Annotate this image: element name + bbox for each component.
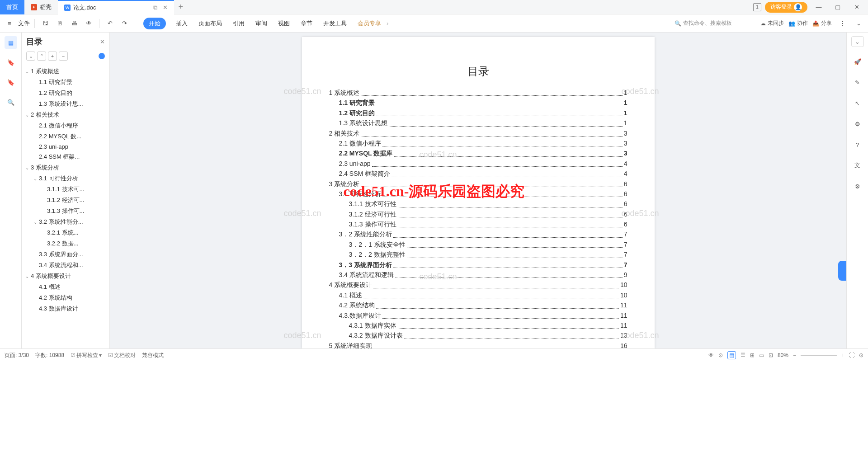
outline-item[interactable]: 3.1.2 经济可...: [22, 195, 109, 206]
rocket-icon[interactable]: 🚀: [851, 55, 864, 68]
toc-row[interactable]: 3.1.1 技术可行性6: [329, 199, 627, 209]
toc-row[interactable]: 1.3 系统设计思想1: [329, 118, 627, 128]
read-view-icon[interactable]: ▭: [759, 352, 764, 358]
outline-item[interactable]: ⌄1 系统概述: [22, 66, 109, 77]
toc-row[interactable]: 3.1.2 经济可行性6: [329, 209, 627, 219]
spellcheck-button[interactable]: ☑ 拼写检查 ▾: [71, 352, 102, 359]
settings-icon[interactable]: ⚙: [851, 118, 864, 130]
toc-row[interactable]: 2.4 SSM 框架简介4: [329, 169, 627, 179]
toc-row[interactable]: 3．3 系统界面分析7: [329, 260, 627, 270]
find-icon[interactable]: 🔍: [5, 96, 17, 108]
web-view-icon[interactable]: ⊞: [750, 352, 755, 358]
toc-row[interactable]: 2 相关技术3: [329, 128, 627, 138]
toc-row[interactable]: 4.3.1 数据库实体11: [329, 320, 627, 330]
toc-row[interactable]: 1.1 研究背景1: [329, 98, 627, 108]
outline-item[interactable]: ⌄3.2 系统性能分...: [22, 216, 109, 227]
expand-all-button[interactable]: ⌃: [37, 52, 46, 61]
toc-row[interactable]: 2.2 MYSQL 数据库3: [329, 148, 627, 158]
outline-item[interactable]: 4.3 数据库设计: [22, 303, 109, 314]
outline-icon[interactable]: ▤: [5, 36, 17, 49]
gear-icon[interactable]: ⚙: [851, 180, 864, 193]
collapse-all-button[interactable]: ⌄: [26, 52, 35, 61]
outline-item[interactable]: ⌄3.1 可行性分析: [22, 173, 109, 184]
share-button[interactable]: 📤分享: [812, 19, 832, 27]
outline-item[interactable]: ⌄4 系统概要设计: [22, 271, 109, 282]
tag-icon[interactable]: 🔖: [5, 56, 17, 69]
toc-row[interactable]: 4.3.数据库设计11: [329, 310, 627, 320]
outline-item[interactable]: ⌄3 系统分析: [22, 162, 109, 173]
ribbon-tab-4[interactable]: 审阅: [255, 18, 268, 29]
tab-count-icon[interactable]: 1: [753, 3, 761, 11]
toc-row[interactable]: 3.4 系统流程和逻辑9: [329, 270, 627, 280]
feedback-tab[interactable]: [838, 261, 846, 281]
file-menu[interactable]: 文件: [18, 19, 30, 28]
ribbon-tab-7[interactable]: 开发工具: [322, 18, 348, 29]
toc-row[interactable]: 4.2 系统结构11: [329, 300, 627, 310]
outline-item[interactable]: 3.4 系统流程和...: [22, 260, 109, 271]
minimize-icon[interactable]: —: [811, 4, 826, 10]
focus-mode-icon[interactable]: ⊙: [718, 352, 723, 358]
toc-row[interactable]: 2.1 微信小程序3: [329, 138, 627, 148]
compat-mode[interactable]: 兼容模式: [142, 352, 164, 359]
close-outline-icon[interactable]: ✕: [100, 38, 105, 45]
toc-row[interactable]: 4 系统概要设计10: [329, 280, 627, 290]
window-mode-icon[interactable]: ⧉: [153, 4, 157, 11]
toc-row[interactable]: 3.1 可行性分析6: [329, 189, 627, 199]
ribbon-tab-6[interactable]: 章节: [300, 18, 313, 29]
save-icon[interactable]: 🖫: [39, 18, 51, 29]
word-count[interactable]: 字数: 10988: [35, 352, 64, 359]
outline-item[interactable]: ⌄2 相关技术: [22, 109, 109, 120]
toc-row[interactable]: 1 系统概述1: [329, 88, 627, 98]
page-view-icon[interactable]: ▤: [727, 351, 736, 359]
outline-item[interactable]: 3.1.3 操作可...: [22, 206, 109, 216]
outline-item[interactable]: 2.4 SSM 框架...: [22, 151, 109, 162]
ribbon-tab-5[interactable]: 视图: [277, 18, 291, 29]
ribbon-tab-0[interactable]: 开始: [143, 18, 166, 29]
panel-toggle-icon[interactable]: ⌄: [851, 36, 864, 47]
outline-view-icon[interactable]: ☰: [741, 352, 745, 358]
tab-home[interactable]: 首页: [0, 0, 24, 14]
sync-button[interactable]: ☁未同步: [760, 19, 784, 27]
fullscreen-icon[interactable]: ⛶: [849, 352, 854, 358]
close-icon[interactable]: ✕: [163, 4, 168, 11]
menu-icon[interactable]: ≡: [4, 18, 15, 29]
page-indicator[interactable]: 页面: 3/30: [5, 352, 29, 359]
outline-item[interactable]: 1.2 研究目的: [22, 88, 109, 99]
document-area[interactable]: code51.cn code51.cn code51.cn code51.cn …: [110, 33, 846, 348]
maximize-icon[interactable]: ▢: [830, 4, 845, 10]
cursor-icon[interactable]: ↖: [851, 97, 864, 109]
toc-row[interactable]: 3．2．2 数据完整性7: [329, 249, 627, 259]
ribbon-tab-3[interactable]: 引用: [232, 18, 245, 29]
zoom-level[interactable]: 80%: [778, 352, 788, 358]
outline-item[interactable]: 4.2 系统结构: [22, 292, 109, 303]
login-button[interactable]: 访客登录 👤: [765, 2, 807, 13]
toc-row[interactable]: 3．2．1 系统安全性7: [329, 240, 627, 249]
search-box[interactable]: 🔍 查找命令、搜索模板: [675, 19, 756, 27]
view-mode-icon[interactable]: 👁: [708, 352, 714, 358]
tab-docker[interactable]: ✦ 稻壳: [24, 0, 58, 14]
outline-item[interactable]: 3.1.1 技术可...: [22, 184, 109, 195]
toc-row[interactable]: 4.3.2 数据库设计表13: [329, 330, 627, 340]
outline-item[interactable]: 2.1 微信小程序: [22, 120, 109, 131]
toc-row[interactable]: 2.3 uni-app4: [329, 159, 627, 169]
bookmark-icon[interactable]: 🔖: [5, 76, 17, 89]
pen-icon[interactable]: ✎: [851, 76, 864, 89]
toc-row[interactable]: 3．2 系统性能分析7: [329, 229, 627, 239]
print-icon[interactable]: 🖶: [68, 18, 80, 29]
ribbon-tab-2[interactable]: 页面布局: [198, 18, 223, 29]
more-icon[interactable]: ⋮: [836, 18, 848, 29]
toc-row[interactable]: 1.2 研究目的1: [329, 108, 627, 118]
translate-icon[interactable]: 文: [851, 159, 864, 172]
toc-row[interactable]: 3 系统分析6: [329, 179, 627, 189]
zoom-slider[interactable]: [801, 355, 837, 356]
close-window-icon[interactable]: ✕: [849, 4, 864, 10]
outline-item[interactable]: 1.3 系统设计思...: [22, 99, 109, 109]
ribbon-tab-1[interactable]: 插入: [175, 18, 189, 29]
more-status-icon[interactable]: ⊙: [859, 352, 863, 358]
export-icon[interactable]: 🖹: [54, 18, 66, 29]
outline-item[interactable]: 2.2 MYSQL 数...: [22, 131, 109, 142]
proofing-button[interactable]: ☑ 文档校对: [108, 352, 136, 359]
ribbon-more-icon[interactable]: ›: [387, 20, 388, 27]
zoom-out-icon[interactable]: −: [793, 352, 796, 358]
collapse-ribbon-icon[interactable]: ⌄: [853, 18, 864, 29]
